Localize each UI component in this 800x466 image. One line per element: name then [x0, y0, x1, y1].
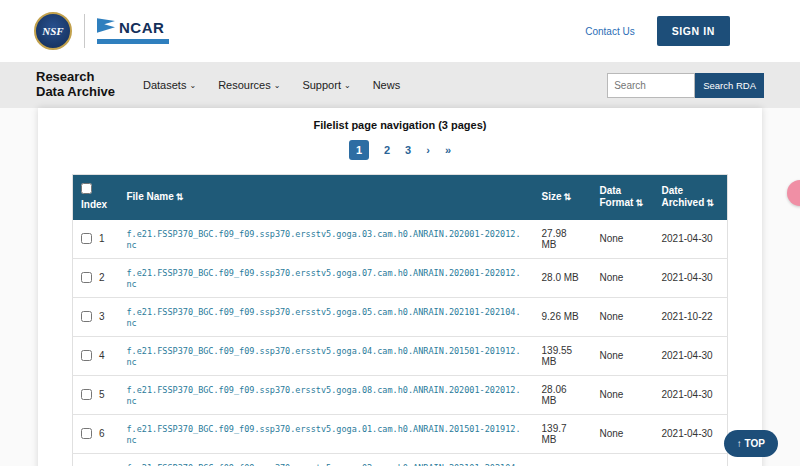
row-index: 3 [99, 311, 105, 322]
main-area: Filelist page navigation (3 pages) 1 2 3… [0, 108, 800, 466]
row-checkbox[interactable] [81, 428, 92, 439]
main-navbar: Research Data Archive Datasets ⌄ Resourc… [0, 62, 800, 108]
nav-item-news[interactable]: News [373, 79, 401, 91]
row-checkbox[interactable] [81, 350, 92, 361]
sort-icon[interactable]: ⇅ [635, 198, 643, 208]
page-last-button[interactable]: » [445, 144, 451, 156]
sort-icon[interactable]: ⇅ [564, 192, 572, 202]
index-cell: 5 [73, 375, 119, 414]
file-name-column-header[interactable]: File Name⇅ [118, 175, 533, 220]
ncar-logo: NCAR [97, 18, 169, 44]
row-index: 2 [99, 272, 105, 283]
pagination: 1 2 3 › » [38, 140, 762, 160]
size-cell: 28.06 MB [534, 375, 592, 414]
date-archived-cell: 2021-04-30 [653, 414, 727, 453]
nav-item-label: News [373, 79, 401, 91]
select-all-checkbox[interactable] [81, 183, 92, 194]
nsf-logo: NSF [34, 12, 72, 50]
page-button-1[interactable]: 1 [349, 140, 369, 160]
site-title-line1: Research [36, 70, 115, 85]
file-link[interactable]: f.e21.FSSP370_BGC.f09_f09.ssp370.ersstv5… [126, 229, 520, 250]
sort-icon[interactable]: ⇅ [176, 192, 184, 202]
date-archived-cell: 2021-10-22 [653, 297, 727, 336]
data-format-cell: None [592, 453, 654, 466]
file-name-cell: f.e21.FSSP370_BGC.f09_f09.ssp370.ersstv5… [118, 453, 533, 466]
data-format-cell: None [592, 336, 654, 375]
table-row: 2 f.e21.FSSP370_BGC.f09_f09.ssp370.ersst… [73, 258, 728, 297]
page-button-3[interactable]: 3 [405, 144, 411, 156]
file-name-cell: f.e21.FSSP370_BGC.f09_f09.ssp370.ersstv5… [118, 414, 533, 453]
table-row: 1 f.e21.FSSP370_BGC.f09_f09.ssp370.ersst… [73, 220, 728, 259]
nav-item-support[interactable]: Support ⌄ [302, 79, 350, 91]
row-index: 1 [99, 233, 105, 244]
row-checkbox[interactable] [81, 389, 92, 400]
data-format-column-header[interactable]: Data Format⇅ [592, 175, 654, 220]
file-name-cell: f.e21.FSSP370_BGC.f09_f09.ssp370.ersstv5… [118, 258, 533, 297]
date-archived-cell: 2021-10-22 [653, 453, 727, 466]
size-column-label: Size [542, 191, 562, 202]
nav-item-datasets[interactable]: Datasets ⌄ [143, 79, 196, 91]
filelist-body: 1 f.e21.FSSP370_BGC.f09_f09.ssp370.ersst… [73, 220, 728, 466]
index-column-header: Index [73, 175, 119, 220]
date-archived-cell: 2021-04-30 [653, 336, 727, 375]
sign-in-button[interactable]: SIGN IN [657, 16, 730, 46]
nsf-logo-text: NSF [42, 25, 63, 37]
size-cell: 9.26 MB [534, 297, 592, 336]
file-link[interactable]: f.e21.FSSP370_BGC.f09_f09.ssp370.ersstv5… [126, 424, 520, 445]
file-name-cell: f.e21.FSSP370_BGC.f09_f09.ssp370.ersstv5… [118, 336, 533, 375]
chevron-down-icon: ⌄ [274, 81, 281, 90]
data-format-cell: None [592, 414, 654, 453]
data-format-cell: None [592, 258, 654, 297]
site-title-line2: Data Archive [36, 85, 115, 100]
sort-icon[interactable]: ⇅ [706, 198, 714, 208]
file-link[interactable]: f.e21.FSSP370_BGC.f09_f09.ssp370.ersstv5… [126, 268, 520, 289]
page-next-button[interactable]: › [426, 144, 430, 156]
top-header: NSF NCAR Contact Us SIGN IN [0, 0, 800, 62]
size-cell: 28.0 MB [534, 258, 592, 297]
page-button-2[interactable]: 2 [384, 144, 390, 156]
row-checkbox[interactable] [81, 272, 92, 283]
search-input[interactable] [607, 73, 695, 98]
nav-menu: Datasets ⌄ Resources ⌄ Support ⌄ News [143, 79, 400, 91]
date-archived-cell: 2021-04-30 [653, 220, 727, 259]
index-cell: 2 [73, 258, 119, 297]
date-archived-column-header[interactable]: Date Archived⇅ [653, 175, 727, 220]
row-checkbox[interactable] [81, 233, 92, 244]
content-card: Filelist page navigation (3 pages) 1 2 3… [38, 108, 762, 466]
search-rda-button[interactable]: Search RDA [695, 73, 764, 98]
back-to-top-button[interactable]: ↑ TOP [724, 430, 778, 457]
size-cell: 139.55 MB [534, 336, 592, 375]
index-cell: 4 [73, 336, 119, 375]
data-format-cell: None [592, 297, 654, 336]
nav-item-label: Datasets [143, 79, 186, 91]
size-cell: 139.7 MB [534, 414, 592, 453]
file-link[interactable]: f.e21.FSSP370_BGC.f09_f09.ssp370.ersstv5… [126, 385, 520, 406]
table-header-row: Index File Name⇅ Size⇅ Data Format⇅ Date… [73, 175, 728, 220]
contact-us-link[interactable]: Contact Us [585, 26, 634, 37]
filelist-pagination-title: Filelist page navigation (3 pages) [38, 119, 762, 131]
ncar-logo-text: NCAR [119, 19, 164, 36]
date-archived-cell: 2021-04-30 [653, 375, 727, 414]
file-link[interactable]: f.e21.FSSP370_BGC.f09_f09.ssp370.ersstv5… [126, 307, 520, 328]
table-row: 4 f.e21.FSSP370_BGC.f09_f09.ssp370.ersst… [73, 336, 728, 375]
index-cell: 6 [73, 414, 119, 453]
nav-item-resources[interactable]: Resources ⌄ [218, 79, 280, 91]
site-title: Research Data Archive [36, 70, 115, 100]
filelist-table: Index File Name⇅ Size⇅ Data Format⇅ Date… [72, 174, 728, 466]
file-link[interactable]: f.e21.FSSP370_BGC.f09_f09.ssp370.ersstv5… [126, 463, 520, 466]
data-format-cell: None [592, 375, 654, 414]
nav-item-label: Resources [218, 79, 271, 91]
row-index: 5 [99, 389, 105, 400]
file-link[interactable]: f.e21.FSSP370_BGC.f09_f09.ssp370.ersstv5… [126, 346, 520, 367]
file-name-cell: f.e21.FSSP370_BGC.f09_f09.ssp370.ersstv5… [118, 375, 533, 414]
data-format-column-label: Data Format [600, 185, 634, 209]
size-column-header[interactable]: Size⇅ [534, 175, 592, 220]
size-cell: 27.98 MB [534, 220, 592, 259]
row-index: 4 [99, 350, 105, 361]
file-name-cell: f.e21.FSSP370_BGC.f09_f09.ssp370.ersstv5… [118, 297, 533, 336]
ncar-logo-tagline-bar [97, 39, 169, 44]
table-row: 7 f.e21.FSSP370_BGC.f09_f09.ssp370.ersst… [73, 453, 728, 466]
table-row: 6 f.e21.FSSP370_BGC.f09_f09.ssp370.ersst… [73, 414, 728, 453]
chevron-down-icon: ⌄ [344, 81, 351, 90]
row-checkbox[interactable] [81, 311, 92, 322]
